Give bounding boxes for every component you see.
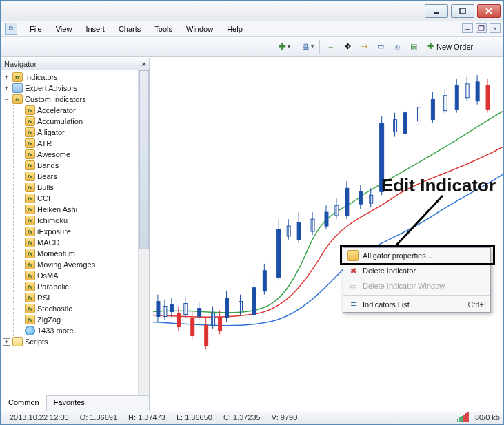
menu-indicators-list[interactable]: ≣ Indicators List Ctrl+I <box>343 297 490 312</box>
profiles-button[interactable]: 🖶▾ <box>300 39 316 54</box>
tab-favorites[interactable]: Favorites <box>47 396 92 411</box>
tree-label: 1433 more... <box>37 326 80 335</box>
fx-icon <box>12 94 23 104</box>
minimize-button[interactable] <box>425 4 448 18</box>
fx-icon <box>25 238 35 247</box>
tree-scripts[interactable]: +Scripts <box>3 336 149 347</box>
navigator-panel: Navigator × +Indicators +Expert Advisors… <box>1 58 150 411</box>
tree-item[interactable]: MACD <box>17 237 149 248</box>
fx-icon <box>25 282 35 291</box>
connection-bars-icon <box>457 412 470 423</box>
tree-label: ATR <box>37 139 52 147</box>
tree-custom-indicators[interactable]: −Custom Indicators <box>3 94 149 105</box>
tree-item[interactable]: OsMA <box>17 270 149 281</box>
fx-icon <box>25 216 35 225</box>
menu-insert[interactable]: Insert <box>79 23 112 35</box>
mdi-close-button[interactable]: × <box>490 23 501 33</box>
navigator-title: Navigator <box>4 60 37 68</box>
app-window: ⧉ File View Insert Charts Tools Window H… <box>0 0 504 425</box>
menu-separator <box>343 295 490 296</box>
close-button[interactable] <box>477 4 501 18</box>
tree-item[interactable]: ZigZag <box>17 314 149 325</box>
fx-icon <box>25 138 35 148</box>
tree-item[interactable]: Awesome <box>17 149 149 160</box>
tree-indicators[interactable]: +Indicators <box>3 72 149 83</box>
tree-label: Accelerator <box>37 106 76 114</box>
tree-label: Accumulation <box>37 117 83 125</box>
mdi-minimize-button[interactable]: – <box>462 23 473 33</box>
fx-icon <box>25 315 35 324</box>
chart-area[interactable]: Edit Indicator Alligator properties... ✖… <box>150 58 503 411</box>
menu-file[interactable]: File <box>23 23 49 35</box>
tree-expert-advisors[interactable]: +Expert Advisors <box>3 83 149 94</box>
new-chart-button[interactable]: ✚▾ <box>276 39 292 54</box>
scrollbar-thumb[interactable] <box>139 70 149 249</box>
tree-label: Alligator <box>37 128 65 136</box>
status-net: 80/0 kb <box>475 413 500 422</box>
tree-item[interactable]: Accumulation <box>17 116 149 127</box>
crosshair-button[interactable]: ↔ <box>323 39 339 54</box>
navigator-close-icon[interactable]: × <box>142 60 146 68</box>
tree-label: Momentum <box>37 249 75 258</box>
fx-icon <box>25 293 35 302</box>
collapse-icon[interactable]: − <box>3 96 10 103</box>
menu-help[interactable]: Help <box>220 23 250 35</box>
tree-item[interactable]: iExposure <box>17 226 149 237</box>
tree-item[interactable]: Moving Averages <box>17 259 149 270</box>
expand-icon[interactable]: + <box>3 85 10 92</box>
fx-icon <box>25 183 35 192</box>
tree-item[interactable]: CCI <box>17 193 149 204</box>
menu-view[interactable]: View <box>49 23 79 35</box>
tree-label: Ichimoku <box>37 216 68 225</box>
chart-shift-button[interactable]: ▭ <box>373 39 388 54</box>
tab-common[interactable]: Common <box>1 395 47 411</box>
mdi-restore-button[interactable]: ❐ <box>476 23 487 33</box>
tree-label: Bears <box>37 172 57 180</box>
maximize-button[interactable] <box>451 4 474 18</box>
tree-item[interactable]: Bands <box>17 160 149 171</box>
menubar: ⧉ File View Insert Charts Tools Window H… <box>1 21 503 37</box>
menu-properties[interactable]: Alligator properties... <box>343 248 490 263</box>
tree-item[interactable]: RSI <box>17 292 149 303</box>
navigator-tabs: Common Favorites <box>1 395 149 411</box>
context-menu: Alligator properties... ✖ Delete Indicat… <box>343 247 491 313</box>
cursor-button[interactable]: ✥ <box>340 39 355 54</box>
tree-item[interactable]: Parabolic <box>17 281 149 292</box>
navigator-scrollbar[interactable] <box>138 70 149 395</box>
tree-item[interactable]: Bears <box>17 171 149 182</box>
tree-item[interactable]: ATR <box>17 138 149 149</box>
templates-button[interactable]: ▤ <box>406 39 421 54</box>
fx-icon <box>25 105 35 115</box>
menu-delete-indicator[interactable]: ✖ Delete Indicator <box>343 263 490 278</box>
status-open: O: 1.36691 <box>74 413 123 422</box>
tree-item[interactable]: Bulls <box>17 182 149 193</box>
tree-label: iExposure <box>37 227 71 236</box>
tree-item[interactable]: Ichimoku <box>17 215 149 226</box>
tree-more[interactable]: 1433 more... <box>17 325 149 336</box>
tree-label: Scripts <box>25 338 48 346</box>
auto-scroll-button[interactable]: ⇢ <box>356 39 372 54</box>
tree-item[interactable]: Alligator <box>17 127 149 138</box>
menu-charts[interactable]: Charts <box>112 23 148 35</box>
svg-rect-18 <box>297 222 301 240</box>
tree-label: Heiken Ashi <box>37 205 77 214</box>
list-icon: ≣ <box>347 299 359 310</box>
svg-rect-44 <box>287 226 290 236</box>
tree-item[interactable]: Accelerator <box>17 105 149 116</box>
status-volume: V: 9790 <box>266 413 303 422</box>
new-order-button[interactable]: ✚New Order <box>423 39 478 54</box>
tree-item[interactable]: Stochastic <box>17 303 149 314</box>
menu-window[interactable]: Window <box>179 23 220 35</box>
fx-icon <box>25 172 35 181</box>
menu-label: Delete Indicator Window <box>363 282 445 290</box>
expand-icon[interactable]: + <box>3 74 10 81</box>
tree-label: MACD <box>37 238 59 247</box>
status-close: C: 1.37235 <box>218 413 266 422</box>
indicators-button[interactable]: ⎋ <box>390 39 405 54</box>
globe-icon <box>25 326 35 335</box>
menu-tools[interactable]: Tools <box>148 23 179 35</box>
expand-icon[interactable]: + <box>3 338 10 346</box>
tree-item[interactable]: Heiken Ashi <box>17 204 149 215</box>
fx-icon <box>25 304 35 313</box>
tree-item[interactable]: Momentum <box>17 248 149 259</box>
